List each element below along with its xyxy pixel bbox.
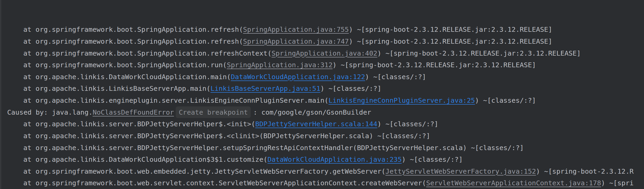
source-file-link[interactable]: BDPJettyServerHelper.scala:144 <box>255 120 377 128</box>
stacktrace-line: at org.springframework.boot.web.servlet.… <box>0 177 644 189</box>
stacktrace-text: ) ~[spring-boot-2.3.12.RELEASE.jar:2.3.1… <box>333 61 536 69</box>
stacktrace-text: ) ~[classes/:?] <box>475 96 536 104</box>
source-file-link[interactable]: SpringApplication.java:755 <box>243 25 349 33</box>
stacktrace-line: at org.apache.linkis.LinkisBaseServerApp… <box>0 83 644 94</box>
stacktrace-text: ) ~[spring-boot-2.3.12.R <box>536 167 633 175</box>
stacktrace-text: at org.springframework.boot.SpringApplic… <box>23 61 227 69</box>
source-file-link[interactable]: LinkisEngineConnPluginServer.java:25 <box>328 96 475 104</box>
source-file-link[interactable]: JettyServletWebServerFactory.java:152 <box>385 167 536 175</box>
stacktrace-text: at org.apache.linkis.LinkisBaseServerApp… <box>23 84 210 92</box>
stacktrace-text: at org.apache.linkis.DataWorkCloudApplic… <box>23 155 267 163</box>
stacktrace-text: : com/google/gson/GsonBuilder <box>253 108 371 116</box>
stacktrace-line: at org.apache.linkis.engineplugin.server… <box>0 94 644 106</box>
stacktrace-line: at org.springframework.boot.SpringApplic… <box>0 59 644 71</box>
stacktrace-text: at org.springframework.boot.SpringApplic… <box>23 49 272 57</box>
source-file-link[interactable]: LinkisBaseServerApp.java:51 <box>210 84 320 92</box>
stacktrace-line: at org.apache.linkis.DataWorkCloudApplic… <box>0 154 644 165</box>
stacktrace-line: at org.springframework.boot.SpringApplic… <box>0 35 644 47</box>
stacktrace-text: at org.apache.linkis.DataWorkCloudApplic… <box>23 73 231 81</box>
source-file-link[interactable]: SpringApplication.java:402 <box>272 49 377 57</box>
stacktrace-text: ) ~[classes/:?] <box>377 120 438 128</box>
stacktrace-text: Caused by: java.lang. <box>7 108 92 116</box>
stacktrace-text: ) ~[spri <box>601 179 634 187</box>
stacktrace-line: at org.apache.linkis.server.BDPJettyServ… <box>0 118 644 130</box>
stacktrace-text: at org.springframework.boot.web.embedded… <box>23 167 385 175</box>
stacktrace-text: ) ~[spring-boot-2.3.12.RELEASE.jar:2.3.1… <box>349 25 552 33</box>
stacktrace-text: ) ~[spring-boot-2.3.12.RELEASE.jar:2.3.1… <box>349 37 552 45</box>
source-file-link[interactable]: DataWorkCloudApplication.java:235 <box>267 155 402 163</box>
create-breakpoint-button[interactable]: Create breakpoint <box>176 106 251 118</box>
stacktrace-line: at org.springframework.boot.SpringApplic… <box>0 24 644 35</box>
panel-left-edge-divider <box>1 0 1 189</box>
stacktrace-line: at org.apache.linkis.server.BDPJettyServ… <box>0 130 644 142</box>
stacktrace-text: ) ~[spring-boot-2.3.12.RELEASE.jar:2.3.1… <box>377 49 581 57</box>
stacktrace-text: ) ~[classes/:?] <box>402 155 463 163</box>
stacktrace-text: at org.apache.linkis.server.BDPJettyServ… <box>23 120 255 128</box>
stacktrace-line: at org.springframework.boot.SpringApplic… <box>0 47 644 59</box>
source-file-link[interactable]: SpringApplication.java:747 <box>243 37 349 45</box>
console-output: at org.springframework.boot.SpringApplic… <box>0 0 644 189</box>
stacktrace-text: at org.springframework.boot.SpringApplic… <box>23 25 243 33</box>
stacktrace-text: at org.apache.linkis.engineplugin.server… <box>23 96 328 104</box>
source-file-link[interactable]: DataWorkCloudApplication.java:122 <box>231 73 365 81</box>
stacktrace-text: at org.apache.linkis.server.BDPJettyServ… <box>23 144 524 152</box>
stacktrace-text: ) ~[classes/:?] <box>365 73 426 81</box>
stacktrace-text: ) ~[classes/:?] <box>320 84 381 92</box>
stacktrace-text: at org.springframework.boot.SpringApplic… <box>23 37 243 45</box>
stacktrace-line: at org.apache.linkis.server.BDPJettyServ… <box>0 142 644 154</box>
stacktrace-line: at org.apache.linkis.DataWorkCloudApplic… <box>0 71 644 83</box>
source-file-link[interactable]: ServletWebServerApplicationContext.java:… <box>426 179 601 187</box>
source-file-link[interactable]: SpringApplication.java:312 <box>227 61 333 69</box>
stacktrace-text: at org.apache.linkis.server.BDPJettyServ… <box>23 132 430 140</box>
source-file-link[interactable]: NoClassDefFoundError <box>92 108 174 116</box>
stacktrace-line: Caused by: java.lang.NoClassDefFoundErro… <box>0 106 644 118</box>
stacktrace-text: at org.springframework.boot.web.servlet.… <box>23 179 426 187</box>
stacktrace-line: at org.springframework.boot.web.embedded… <box>0 165 644 177</box>
